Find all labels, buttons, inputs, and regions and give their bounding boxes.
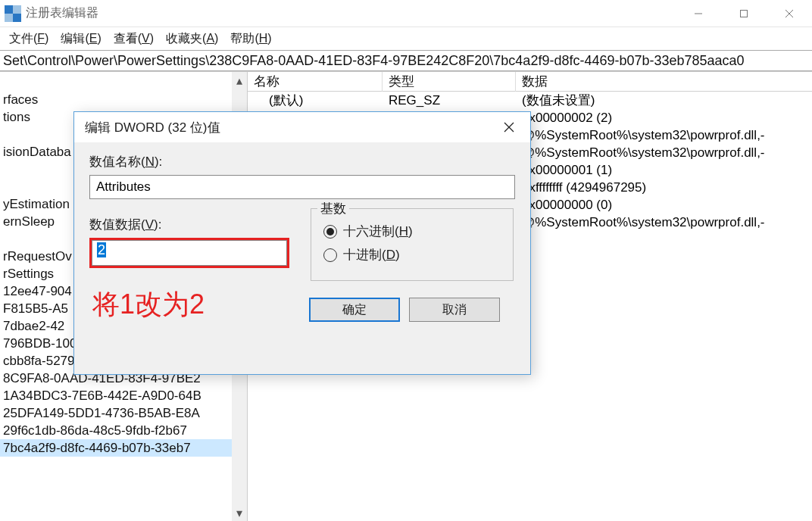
menubar: 文件(F) 编辑(E) 查看(V) 收藏夹(A) 帮助(H)	[0, 27, 812, 50]
menu-view[interactable]: 查看(V)	[108, 28, 160, 50]
name-label: 数值名称(N):	[89, 153, 515, 170]
annotation-text: 将1改为2	[92, 286, 205, 323]
regedit-icon	[5, 5, 21, 22]
menu-help[interactable]: 帮助(H)	[224, 28, 277, 50]
radio-hex-icon	[323, 225, 337, 239]
titlebar: 注册表编辑器	[0, 0, 812, 27]
data-label: 数值数据(V):	[89, 216, 289, 233]
tree-row[interactable]: 25DFA149-5DD1-4736-B5AB-E8A	[0, 404, 247, 422]
maximize-button[interactable]	[721, 0, 767, 27]
address-bar[interactable]: Set\Control\Power\PowerSettings\238C9FA8…	[0, 50, 812, 71]
ok-button[interactable]: 确定	[309, 298, 400, 322]
dialog-title: 编辑 DWORD (32 位)值	[85, 119, 494, 136]
tree-row[interactable]: 1A34BDC3-7E6B-442E-A9D0-64B	[0, 387, 247, 404]
list-row[interactable]: (默认)REG_SZ(数值未设置)	[248, 92, 812, 109]
minimize-button[interactable]	[676, 0, 721, 27]
column-type[interactable]: 类型	[383, 72, 516, 92]
column-data[interactable]: 数据	[516, 72, 812, 92]
scroll-up-icon[interactable]: ▴	[232, 72, 247, 89]
value-input-highlight: 2	[89, 238, 289, 268]
menu-edit[interactable]: 编辑(E)	[55, 28, 107, 50]
radio-dec-icon	[323, 248, 337, 262]
tree-row[interactable]: 7bc4a2f9-d8fc-4469-b07b-33eb7	[0, 439, 247, 457]
tree-row[interactable]	[0, 73, 247, 91]
tree-row[interactable]: rfaces	[0, 91, 247, 108]
tree-row[interactable]: 29f6c1db-86da-48c5-9fdb-f2b67	[0, 422, 247, 439]
radio-dec[interactable]: 十进制(D)	[323, 246, 501, 264]
svg-rect-1	[741, 10, 748, 17]
edit-dword-dialog: 编辑 DWORD (32 位)值 数值名称(N): 数值数据(V): 2 基数 …	[73, 111, 531, 375]
cancel-button[interactable]: 取消	[409, 298, 500, 322]
dialog-close-button[interactable]	[494, 115, 524, 139]
menu-fav[interactable]: 收藏夹(A)	[160, 28, 224, 50]
radix-group: 基数 十六进制(H) 十进制(D)	[311, 208, 514, 281]
value-field[interactable]: 2	[92, 240, 287, 266]
scroll-down-icon[interactable]: ▾	[232, 504, 247, 521]
name-field[interactable]	[89, 175, 515, 199]
window-title: 注册表编辑器	[26, 5, 676, 21]
radix-legend: 基数	[317, 200, 349, 217]
menu-file[interactable]: 文件(F)	[3, 28, 55, 50]
radio-hex[interactable]: 十六进制(H)	[323, 223, 501, 240]
column-name[interactable]: 名称	[248, 72, 383, 92]
close-button[interactable]	[767, 0, 812, 27]
list-header: 名称 类型 数据	[248, 72, 812, 92]
